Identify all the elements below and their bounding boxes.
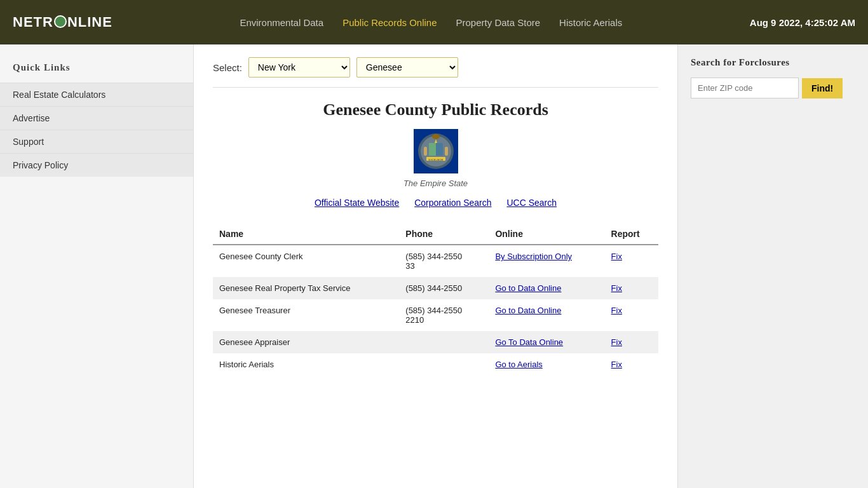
cell-name: Genesee Appraiser [213, 331, 399, 353]
cell-report: Fix [605, 299, 658, 331]
sidebar: Quick Links Real Estate Calculators Adve… [0, 44, 194, 488]
nav-historic-aerials[interactable]: Historic Aerials [559, 17, 622, 28]
main-container: Quick Links Real Estate Calculators Adve… [0, 44, 868, 488]
logo[interactable]: NETRNLINE [13, 14, 112, 30]
sidebar-title: Quick Links [0, 57, 193, 83]
online-link[interactable]: Go to Data Online [495, 306, 561, 315]
logo-text-before: NETR [13, 14, 53, 30]
nav-public-records[interactable]: Public Records Online [342, 17, 437, 28]
sidebar-item-privacy[interactable]: Privacy Policy [0, 153, 193, 177]
table-row: Genesee County Clerk(585) 344-2550 33By … [213, 245, 658, 277]
header: NETRNLINE Environmental Data Public Reco… [0, 0, 868, 44]
state-links: Official State Website Corporation Searc… [213, 198, 658, 208]
globe-icon [54, 15, 67, 28]
cell-report: Fix [605, 353, 658, 376]
cell-online: By Subscription Only [489, 245, 604, 277]
state-caption: The Empire State [213, 179, 658, 188]
table-row: Genesee AppraiserGo To Data OnlineFix [213, 331, 658, 353]
col-phone: Phone [399, 224, 489, 245]
zip-code-input[interactable] [691, 78, 799, 98]
ucc-search-link[interactable]: UCC Search [506, 198, 557, 208]
cell-report: Fix [605, 245, 658, 277]
svg-rect-7 [445, 147, 448, 156]
cell-name: Genesee Real Property Tax Service [213, 277, 399, 299]
corporation-search-link[interactable]: Corporation Search [414, 198, 491, 208]
cell-phone [399, 331, 489, 353]
cell-phone: (585) 344-2550 33 [399, 245, 489, 277]
nav-environmental-data[interactable]: Environmental Data [240, 17, 323, 28]
table-row: Genesee Real Property Tax Service(585) 3… [213, 277, 658, 299]
cell-name: Genesee County Clerk [213, 245, 399, 277]
report-link[interactable]: Fix [611, 252, 622, 261]
content-area: Select: New York Alabama Alaska Arizona … [194, 44, 677, 488]
sidebar-item-advertise[interactable]: Advertise [0, 106, 193, 130]
cell-phone [399, 353, 489, 376]
cell-name: Historic Aerials [213, 353, 399, 376]
cell-online: Go to Aerials [489, 353, 604, 376]
state-seal-area: EXCELSIOR The Empire State [213, 129, 658, 188]
col-report: Report [605, 224, 658, 245]
county-select[interactable]: Genesee Albany Allegany Bronx Broome Cat… [356, 57, 458, 78]
cell-phone: (585) 344-2550 2210 [399, 299, 489, 331]
report-link[interactable]: Fix [611, 337, 622, 347]
state-select[interactable]: New York Alabama Alaska Arizona Arkansas… [248, 57, 350, 78]
select-label: Select: [213, 62, 242, 73]
foreclosure-search-row: Find! [691, 78, 855, 98]
cell-online: Go to Data Online [489, 277, 604, 299]
cell-report: Fix [605, 331, 658, 353]
svg-point-8 [432, 134, 440, 139]
select-row: Select: New York Alabama Alaska Arizona … [213, 57, 658, 88]
svg-rect-4 [429, 143, 436, 156]
cell-phone: (585) 344-2550 [399, 277, 489, 299]
datetime-display: Aug 9 2022, 4:25:02 AM [750, 17, 855, 28]
online-link[interactable]: Go To Data Online [495, 337, 563, 347]
right-panel: Search for Forclosures Find! [677, 44, 868, 488]
online-link[interactable]: Go to Aerials [495, 360, 542, 369]
state-seal-image: EXCELSIOR [414, 129, 458, 173]
svg-text:EXCELSIOR: EXCELSIOR [428, 158, 443, 161]
sidebar-item-real-estate[interactable]: Real Estate Calculators [0, 83, 193, 106]
records-table: Name Phone Online Report Genesee County … [213, 224, 658, 376]
report-link[interactable]: Fix [611, 360, 622, 369]
county-title: Genesee County Public Records [213, 100, 658, 119]
main-nav: Environmental Data Public Records Online… [240, 17, 622, 28]
report-link[interactable]: Fix [611, 306, 622, 315]
table-row: Historic AerialsGo to AerialsFix [213, 353, 658, 376]
svg-rect-6 [424, 147, 427, 156]
cell-online: Go To Data Online [489, 331, 604, 353]
cell-report: Fix [605, 277, 658, 299]
nav-property-data[interactable]: Property Data Store [456, 17, 541, 28]
table-row: Genesee Treasurer(585) 344-2550 2210Go t… [213, 299, 658, 331]
online-link[interactable]: By Subscription Only [495, 252, 572, 261]
official-state-website-link[interactable]: Official State Website [315, 198, 399, 208]
cell-online: Go to Data Online [489, 299, 604, 331]
logo-text-after: NLINE [67, 14, 112, 30]
sidebar-item-support[interactable]: Support [0, 130, 193, 153]
report-link[interactable]: Fix [611, 283, 622, 293]
col-name: Name [213, 224, 399, 245]
find-button[interactable]: Find! [802, 78, 843, 98]
col-online: Online [489, 224, 604, 245]
foreclosure-title: Search for Forclosures [691, 57, 855, 68]
cell-name: Genesee Treasurer [213, 299, 399, 331]
online-link[interactable]: Go to Data Online [495, 283, 561, 293]
